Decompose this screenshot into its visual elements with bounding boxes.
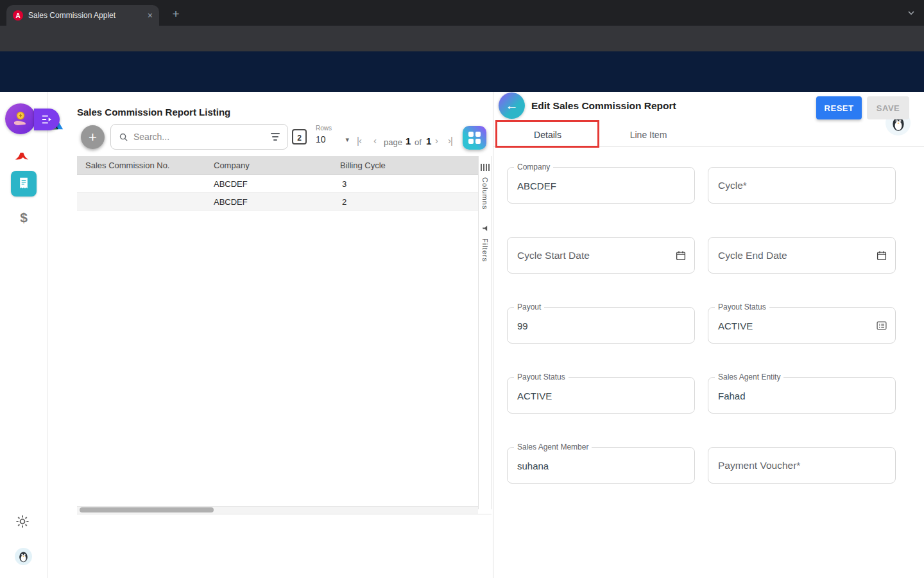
screen: A Sales Commission Applet × + ← → akaun.…	[0, 0, 924, 578]
table-row[interactable]: ABCDEF 3	[77, 175, 478, 193]
field-label: Company	[514, 162, 553, 171]
menu-expand-icon	[41, 114, 53, 125]
field-label: Sales Agent Entity	[715, 372, 783, 381]
field-label: Cycle Start Date	[517, 250, 590, 261]
panel-divider	[493, 92, 493, 578]
field-value: ACTIVE	[517, 390, 552, 401]
field-label: Cycle End Date	[718, 250, 787, 261]
field-label: Payment Voucher*	[718, 460, 800, 471]
next-page-button[interactable]: ›	[435, 135, 438, 146]
angular-favicon-icon: A	[13, 10, 23, 21]
col-header-billing-cycle[interactable]: Billing Cycle	[340, 161, 386, 170]
browser-tab-strip: A Sales Commission Applet × +	[0, 0, 924, 26]
add-record-button[interactable]: +	[81, 125, 105, 149]
save-button[interactable]: SAVE	[867, 96, 909, 119]
active-tab-underline	[497, 146, 598, 148]
company-field[interactable]: Company ABCDEF	[507, 167, 695, 204]
editor-back-button[interactable]: ←	[499, 92, 525, 119]
rows-per-page-select[interactable]: Rows 10 ▾	[316, 125, 353, 144]
page-total: 1	[426, 136, 431, 146]
sidebar-item-finance[interactable]: $	[15, 209, 32, 226]
field-label: Payout Status	[514, 372, 569, 381]
cycle-start-date-field[interactable]: Cycle Start Date	[507, 237, 695, 274]
cycle-end-date-field[interactable]: Cycle End Date	[708, 237, 896, 274]
tab-close-icon[interactable]: ×	[148, 10, 153, 21]
caret-down-icon: ▾	[345, 136, 349, 144]
sales-agent-entity-field[interactable]: Sales Agent Entity Fahad	[708, 377, 896, 414]
first-page-button[interactable]: |‹	[357, 135, 361, 146]
red-applet-icon	[13, 146, 30, 162]
payout-status-select-field[interactable]: Payout Status ACTIVE	[708, 307, 896, 344]
table-header-row: Sales Commission No. Company Billing Cyc…	[77, 156, 478, 175]
calendar-icon[interactable]	[876, 250, 887, 261]
rows-label: Rows	[316, 125, 353, 132]
payout-status-field[interactable]: Payout Status ACTIVE	[507, 377, 695, 414]
filter-sort-icon[interactable]	[271, 133, 280, 141]
sidebar-money-hand-avatar[interactable]	[5, 103, 36, 134]
sidebar-expand-button[interactable]	[34, 109, 60, 130]
page-word: page	[384, 137, 402, 147]
last-page-button[interactable]: ›|	[448, 135, 452, 146]
drag-handle-icon[interactable]	[481, 164, 490, 171]
listing-bottom-border	[77, 514, 492, 514]
reset-button[interactable]: RESET	[816, 96, 862, 119]
app-header: akaun	[0, 51, 924, 92]
columns-strip-button[interactable]: Columns	[481, 177, 489, 209]
hand-coin-icon	[11, 109, 30, 128]
cell-company: ABCDEF	[214, 197, 248, 207]
of-word: of	[415, 137, 422, 147]
field-label: Payout Status	[715, 302, 769, 311]
listing-title: Sales Commission Report Listing	[77, 107, 230, 118]
cycle-field[interactable]: Cycle*	[708, 167, 896, 204]
prev-page-button[interactable]: ‹	[373, 135, 376, 146]
sidebar-item-red-applet[interactable]	[13, 146, 30, 165]
gear-icon	[15, 514, 30, 529]
field-value: 99	[517, 320, 528, 331]
sidebar-settings-button[interactable]	[15, 514, 30, 532]
receipt-icon	[17, 177, 30, 191]
sales-agent-member-field[interactable]: Sales Agent Member suhana	[507, 447, 695, 484]
field-value: ACTIVE	[718, 320, 753, 331]
horizontal-scrollbar-thumb[interactable]	[80, 507, 214, 512]
payment-voucher-field[interactable]: Payment Voucher*	[708, 447, 896, 484]
field-value: suhana	[517, 460, 549, 471]
search-input[interactable]	[133, 132, 266, 142]
col-header-sales-commission-no[interactable]: Sales Commission No.	[85, 161, 170, 170]
tab-search-chevron-icon[interactable]	[906, 8, 916, 21]
table-side-strip: Columns Filters	[478, 156, 492, 509]
payout-field[interactable]: Payout 99	[507, 307, 695, 344]
tab-title: Sales Commission Applet	[28, 11, 142, 20]
new-tab-button[interactable]: +	[168, 6, 184, 22]
cell-company: ABCDEF	[214, 179, 248, 189]
field-label: Sales Agent Member	[514, 442, 592, 451]
tab-line-item[interactable]: Line Item	[598, 123, 699, 146]
table-row[interactable]: ABCDEF 2	[77, 193, 478, 211]
field-label: Cycle*	[718, 180, 747, 191]
editor-title: Edit Sales Commission Report	[531, 100, 676, 112]
filters-strip-button[interactable]: Filters	[481, 238, 489, 262]
cell-billing-cycle: 3	[342, 179, 346, 189]
calendar-icon[interactable]	[675, 250, 687, 261]
browser-toolbar: ← → akaun.cloud/#/applet/tnt/wavelet/erp…	[0, 26, 924, 51]
penguin-icon	[17, 550, 30, 563]
field-label: Payout	[514, 302, 544, 311]
search-box[interactable]	[110, 124, 288, 150]
list-card-icon[interactable]	[876, 320, 887, 331]
funnel-icon	[481, 225, 488, 232]
tab-details[interactable]: Details	[497, 123, 598, 146]
browser-tab[interactable]: A Sales Commission Applet ×	[6, 5, 159, 26]
grid-icon	[468, 132, 481, 144]
cell-billing-cycle: 2	[342, 197, 346, 207]
sidebar-item-sales-commission-applet[interactable]	[11, 171, 37, 197]
grid-view-button[interactable]	[463, 126, 486, 150]
page-current: 1	[406, 136, 411, 146]
view-toggle-button[interactable]: 2	[292, 129, 307, 144]
field-value: ABCDEF	[517, 180, 556, 191]
field-value: Fahad	[718, 390, 746, 401]
col-header-company[interactable]: Company	[214, 161, 250, 170]
sidebar-penguin-avatar[interactable]	[15, 548, 32, 565]
search-icon	[119, 132, 128, 142]
